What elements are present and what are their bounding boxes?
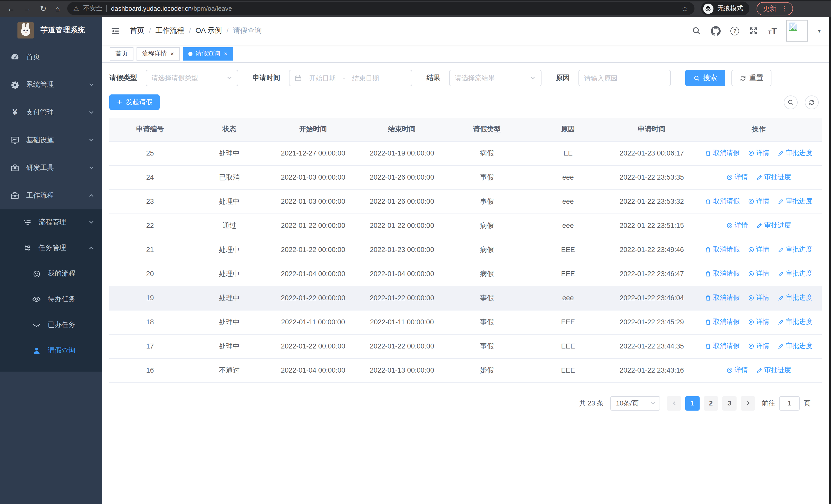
approval-progress-link[interactable]: 审批进度 [778,197,812,206]
approval-progress-label: 审批进度 [764,366,791,375]
detail-link[interactable]: 详情 [748,245,769,254]
approval-progress-link[interactable]: 审批进度 [778,269,812,278]
cell-apply-id: 18 [109,310,191,334]
cell-leave-type: 病假 [446,213,528,238]
prev-page-button[interactable] [667,396,681,410]
cancel-leave-link[interactable]: 取消请假 [705,149,740,158]
tab-leave-query[interactable]: 请假查询 × [183,47,233,60]
approval-progress-link[interactable]: 审批进度 [778,342,812,351]
tab-label: 请假查询 [196,49,220,58]
sidebar-item-infrastructure[interactable]: 基础设施 [0,126,102,154]
sidebar-item-workflow[interactable]: 工作流程 [0,182,102,209]
trash-icon [705,343,712,350]
tab-home[interactable]: 首页 [110,47,134,60]
cancel-leave-link[interactable]: 取消请假 [705,197,740,206]
sidebar-item-done-tasks[interactable]: 已办任务 [0,312,102,338]
detail-link[interactable]: 详情 [748,197,769,206]
detail-link[interactable]: 详情 [748,293,769,302]
start-date-input[interactable] [306,74,339,82]
tab-close-icon[interactable]: × [224,50,227,57]
browser-back-button[interactable]: ← [7,5,15,12]
goto-page-input[interactable] [779,396,800,410]
cancel-leave-link[interactable]: 取消请假 [705,342,740,351]
browser-home-button[interactable]: ⌂ [55,5,60,12]
avatar[interactable] [786,20,808,41]
cancel-leave-link[interactable]: 取消请假 [705,269,740,278]
reset-button[interactable]: 重置 [732,70,771,86]
sidebar-item-task-mgmt[interactable]: 任务管理 [0,235,102,261]
sidebar-item-dev-tools[interactable]: 研发工具 [0,154,102,182]
browser-reload-button[interactable]: ↻ [40,5,47,12]
chevron-down-icon [88,165,94,171]
address-bar[interactable]: ⚠ 不安全 dashboard.yudao.iocoder.cn/bpm/oa/… [67,2,694,15]
approval-progress-link[interactable]: 审批进度 [778,149,812,158]
cancel-leave-link[interactable]: 取消请假 [705,245,740,254]
page-button-2[interactable]: 2 [704,396,718,410]
approval-progress-link[interactable]: 审批进度 [778,245,812,254]
fullscreen-icon[interactable] [749,26,758,35]
cell-leave-type: 事假 [446,165,528,189]
breadcrumb-item-home[interactable]: 首页 [130,26,144,35]
yen-icon: ¥ [10,108,20,117]
detail-link[interactable]: 详情 [726,221,748,230]
page-scrollbar[interactable] [829,17,831,504]
detail-link[interactable]: 详情 [726,366,748,375]
browser-forward-button[interactable]: → [24,5,31,12]
result-select[interactable]: 请选择流结果 [449,70,542,86]
refresh-table-button[interactable] [805,95,819,109]
approval-progress-link[interactable]: 审批进度 [756,173,791,182]
page-button-3[interactable]: 3 [722,396,737,410]
reason-input[interactable] [584,74,661,82]
end-date-input[interactable] [349,74,383,82]
cancel-leave-link[interactable]: 取消请假 [705,293,740,302]
approval-progress-link[interactable]: 审批进度 [778,318,812,327]
leave-type-select[interactable]: 请选择请假类型 [146,70,238,86]
apply-time-range-picker[interactable]: - [289,70,412,86]
browser-menu-icon[interactable]: ⋮ [781,5,787,12]
sidebar-item-my-process[interactable]: 我的流程 [0,261,102,287]
create-leave-button[interactable]: 发起请假 [109,94,160,110]
tab-close-icon[interactable]: × [170,50,174,57]
browser-update-button[interactable]: 更新 ⋮ [756,2,793,15]
select-placeholder: 请选择流结果 [455,73,495,83]
search-icon[interactable] [692,26,701,35]
sidebar-item-leave-query[interactable]: 请假查询 [0,338,102,363]
cancel-leave-link[interactable]: 取消请假 [705,318,740,327]
detail-link[interactable]: 详情 [726,173,748,182]
tab-process-detail[interactable]: 流程详情 × [137,47,180,60]
approval-progress-link[interactable]: 审批进度 [778,293,812,302]
font-size-icon[interactable]: TT [768,26,777,35]
cell-reason: eee [528,189,608,213]
sidebar-item-process-mgmt[interactable]: 流程管理 [0,209,102,235]
approval-progress-link[interactable]: 审批进度 [756,221,791,230]
github-icon[interactable] [711,26,721,36]
breadcrumb-item-workflow[interactable]: 工作流程 [155,26,184,35]
breadcrumb-item-oa[interactable]: OA 示例 [196,26,222,35]
table-tools [784,95,819,109]
approval-progress-link[interactable]: 审批进度 [756,366,791,375]
result-label: 结果 [427,73,440,83]
reset-button-label: 重置 [749,73,763,83]
sidebar-item-system[interactable]: 系统管理 [0,71,102,98]
sidebar-item-home[interactable]: 首页 [0,43,102,71]
detail-link[interactable]: 详情 [748,342,769,351]
next-page-button[interactable] [741,396,755,410]
sidebar-item-todo-tasks[interactable]: 待办任务 [0,287,102,312]
app-title: 芋道管理系统 [40,26,85,35]
detail-link[interactable]: 详情 [748,149,769,158]
cell-reason: EEE [528,310,608,334]
approval-progress-label: 审批进度 [786,293,812,302]
show-search-button[interactable] [784,95,798,109]
detail-link[interactable]: 详情 [748,318,769,327]
bookmark-star-icon[interactable]: ☆ [682,4,688,12]
page-size-select[interactable]: 10条/页 [610,396,660,410]
help-icon[interactable]: ? [730,26,739,35]
avatar-dropdown-caret[interactable]: ▾ [818,27,821,34]
detail-link[interactable]: 详情 [748,269,769,278]
sidebar-collapse-icon[interactable] [110,26,120,36]
search-button[interactable]: 搜索 [685,70,725,86]
page-button-1[interactable]: 1 [685,396,699,410]
sidebar-item-payment[interactable]: ¥ 支付管理 [0,98,102,126]
table-row: 18 处理中 2022-01-11 00:00:00 2022-01-11 00… [109,310,822,334]
col-end-time: 结束时间 [358,118,446,141]
